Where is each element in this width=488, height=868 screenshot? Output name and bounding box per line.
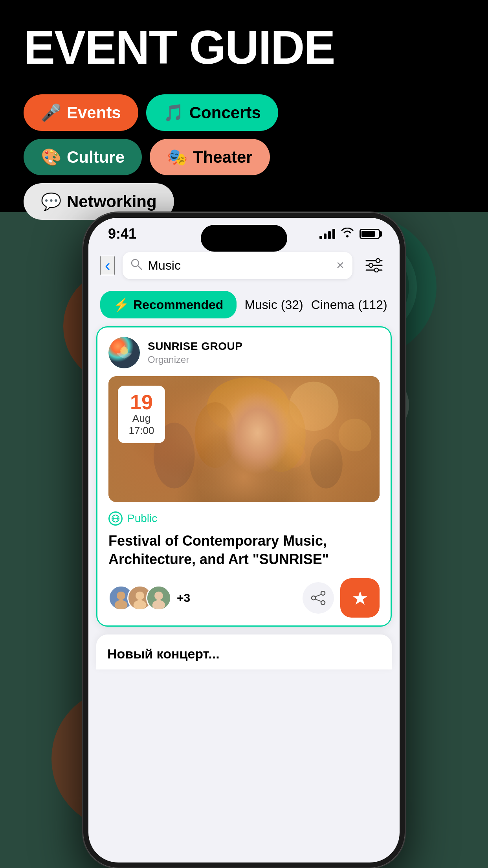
theater-label: Theater bbox=[193, 148, 253, 167]
top-section: EVENT GUIDE 🎤 Events 🎵 Concerts 🎨 Cultur… bbox=[0, 0, 488, 212]
svg-point-10 bbox=[346, 235, 349, 237]
svg-point-37 bbox=[115, 600, 128, 610]
organizer-name: SUNRISE GROUP bbox=[148, 340, 242, 353]
category-button-concerts[interactable]: 🎵 Concerts bbox=[146, 94, 278, 131]
culture-label: Culture bbox=[67, 148, 125, 167]
attendee-count: +3 bbox=[177, 591, 190, 605]
events-label: Events bbox=[67, 103, 121, 122]
back-button[interactable]: ‹ bbox=[100, 256, 115, 275]
culture-emoji: 🎨 bbox=[41, 147, 61, 167]
recommended-emoji: ⚡ bbox=[114, 297, 129, 312]
filter-tabs: ⚡ Recommended Music (32) Cinema (112) bbox=[88, 287, 400, 326]
phone-frame: 9:41 bbox=[83, 212, 405, 868]
svg-line-47 bbox=[315, 594, 321, 597]
svg-point-20 bbox=[120, 347, 128, 355]
networking-label: Networking bbox=[67, 192, 157, 211]
category-button-culture[interactable]: 🎨 Culture bbox=[24, 139, 142, 175]
access-label: Public bbox=[127, 512, 157, 525]
svg-point-44 bbox=[321, 591, 325, 595]
search-bar[interactable]: Music ✕ bbox=[123, 252, 352, 279]
svg-line-12 bbox=[138, 266, 141, 269]
search-input-value[interactable]: Music bbox=[148, 258, 330, 273]
phone-mockup: 9:41 bbox=[83, 212, 405, 868]
battery-fill bbox=[361, 231, 375, 237]
favorite-button[interactable]: ★ bbox=[340, 578, 380, 618]
status-icons bbox=[319, 228, 380, 241]
svg-point-42 bbox=[154, 591, 163, 600]
card-header: SUNRISE GROUP Organizer bbox=[97, 327, 391, 376]
recommended-label: Recommended bbox=[133, 298, 223, 312]
battery-icon bbox=[360, 229, 380, 239]
search-clear-button[interactable]: ✕ bbox=[336, 259, 345, 272]
bottom-card-peek: Новый концерт... bbox=[96, 634, 392, 669]
date-month: Aug bbox=[126, 412, 157, 425]
date-day: 19 bbox=[126, 392, 157, 412]
card-footer: +3 bbox=[108, 578, 380, 618]
filter-button[interactable] bbox=[360, 252, 388, 279]
organizer-info: SUNRISE GROUP Organizer bbox=[148, 340, 242, 365]
favorite-icon: ★ bbox=[352, 587, 369, 609]
svg-point-46 bbox=[312, 596, 316, 600]
peek-card-title: Новый концерт... bbox=[107, 646, 220, 661]
attendee-avatar-3 bbox=[146, 585, 171, 611]
phone-screen: 9:41 bbox=[88, 218, 400, 862]
category-row-1: 🎤 Events 🎵 Concerts bbox=[24, 94, 464, 131]
event-access: Public bbox=[108, 511, 380, 526]
wifi-icon bbox=[341, 228, 354, 241]
svg-point-18 bbox=[374, 268, 378, 272]
svg-line-48 bbox=[315, 599, 321, 601]
svg-point-45 bbox=[321, 601, 325, 605]
svg-point-39 bbox=[136, 591, 144, 600]
app-title: EVENT GUIDE bbox=[24, 24, 464, 71]
event-image: 19 Aug 17:00 bbox=[108, 376, 380, 502]
event-card: SUNRISE GROUP Organizer bbox=[96, 326, 392, 627]
attendees-list: +3 bbox=[108, 585, 190, 611]
card-actions: ★ bbox=[303, 578, 380, 618]
date-time: 17:00 bbox=[126, 425, 157, 437]
tab-cinema[interactable]: Cinema (112) bbox=[311, 298, 387, 312]
signal-bar-4 bbox=[332, 229, 335, 239]
category-grid: 🎤 Events 🎵 Concerts 🎨 Culture 🎭 Theater … bbox=[24, 94, 464, 220]
svg-point-16 bbox=[376, 259, 380, 263]
globe-icon bbox=[108, 511, 123, 526]
dynamic-island bbox=[201, 225, 287, 252]
search-icon bbox=[130, 258, 142, 273]
concerts-label: Concerts bbox=[189, 103, 261, 122]
date-box: 19 Aug 17:00 bbox=[118, 386, 165, 443]
concerts-emoji: 🎵 bbox=[163, 103, 184, 122]
events-emoji: 🎤 bbox=[41, 103, 61, 122]
share-button[interactable] bbox=[303, 582, 334, 614]
signal-bars-icon bbox=[319, 229, 335, 239]
svg-point-17 bbox=[369, 263, 373, 267]
signal-bar-2 bbox=[324, 234, 327, 239]
tab-music[interactable]: Music (32) bbox=[244, 298, 303, 312]
organizer-role: Organizer bbox=[148, 354, 242, 365]
status-time: 9:41 bbox=[108, 226, 136, 242]
category-row-2: 🎨 Culture 🎭 Theater bbox=[24, 139, 464, 175]
organizer-avatar bbox=[108, 337, 140, 368]
networking-emoji: 💬 bbox=[41, 192, 61, 211]
svg-point-43 bbox=[152, 600, 165, 610]
search-row: ‹ Music ✕ bbox=[88, 246, 400, 287]
category-button-events[interactable]: 🎤 Events bbox=[24, 94, 138, 131]
signal-bar-1 bbox=[319, 236, 322, 239]
event-title: Festival of Contemporary Music, Architec… bbox=[108, 532, 380, 569]
theater-emoji: 🎭 bbox=[167, 147, 187, 167]
card-content: Public Festival of Contemporary Music, A… bbox=[97, 502, 391, 625]
category-button-theater[interactable]: 🎭 Theater bbox=[150, 139, 270, 175]
svg-point-40 bbox=[134, 600, 147, 610]
signal-bar-3 bbox=[328, 231, 331, 239]
tab-recommended[interactable]: ⚡ Recommended bbox=[100, 291, 237, 318]
svg-point-36 bbox=[117, 591, 125, 600]
